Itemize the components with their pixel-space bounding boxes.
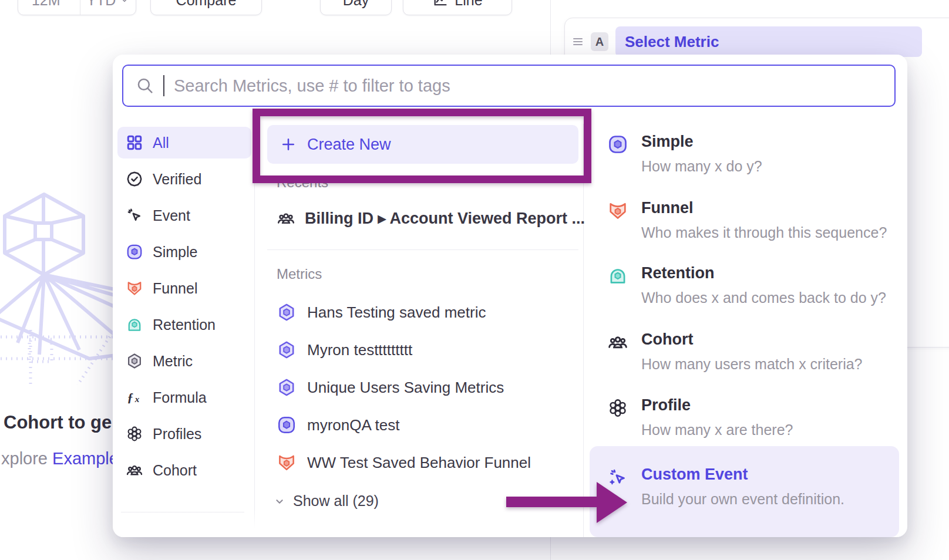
select-metric-label: Select Metric bbox=[625, 33, 719, 51]
metric-hexagon-icon bbox=[277, 340, 297, 360]
sidebar-item-label: Tags bbox=[153, 529, 184, 538]
svg-text:ƒ: ƒ bbox=[127, 390, 134, 404]
sidebar-item-all[interactable]: All bbox=[117, 127, 251, 158]
sidebar-divider bbox=[121, 512, 244, 512]
chart-type-line-label: Line bbox=[455, 0, 482, 9]
empty-state-headline-fragment: Cohort to ge bbox=[4, 412, 112, 433]
metric-list-item[interactable]: myronQA test bbox=[277, 410, 400, 440]
sidebar-item-label: Simple bbox=[153, 244, 197, 261]
list-divider bbox=[267, 249, 578, 250]
metric-list-item[interactable]: WW Test Saved Behavior Funnel bbox=[277, 447, 531, 478]
funnel-icon bbox=[126, 279, 143, 297]
show-all-button[interactable]: Show all (29) bbox=[273, 492, 379, 510]
sidebar-item-label: Formula bbox=[153, 389, 207, 406]
metric-item-label: myronQA test bbox=[307, 416, 400, 434]
metric-search-box[interactable] bbox=[122, 65, 896, 107]
granularity-day-button[interactable]: Day bbox=[320, 0, 392, 15]
retention-icon bbox=[607, 265, 628, 286]
text-cursor bbox=[163, 75, 164, 96]
chart-type-line-button[interactable]: Line bbox=[403, 0, 512, 15]
sidebar-item-simple[interactable]: Simple bbox=[117, 236, 251, 268]
sidebar-item-label: Metric bbox=[153, 353, 193, 370]
simple-metric-icon bbox=[126, 243, 143, 261]
metric-type-column: Simple How many x do y? Funnel Who makes… bbox=[595, 124, 907, 537]
type-title: Simple bbox=[641, 133, 762, 151]
compare-button[interactable]: Compare bbox=[150, 0, 262, 15]
sidebar-item-tags[interactable]: Tags bbox=[117, 521, 251, 537]
granularity-day-label: Day bbox=[343, 0, 369, 9]
explore-text-fragment: xplore bbox=[1, 449, 52, 468]
cohort-people-icon bbox=[126, 461, 143, 479]
chevron-down-icon bbox=[120, 0, 129, 5]
sidebar-item-funnel[interactable]: Funnel bbox=[117, 272, 251, 304]
simple-metric-icon bbox=[277, 415, 297, 435]
sidebar-item-label: Funnel bbox=[153, 280, 197, 297]
formula-fx-icon: ƒx bbox=[126, 389, 143, 406]
show-all-label: Show all (29) bbox=[293, 492, 379, 510]
search-icon bbox=[135, 76, 155, 96]
metric-hexagon-icon bbox=[126, 352, 143, 370]
metric-item-label: Myron testtttttttt bbox=[307, 341, 412, 359]
type-row-cohort[interactable]: Cohort How many users match x criteria? bbox=[607, 330, 863, 373]
cohort-people-icon bbox=[607, 332, 628, 353]
type-title: Cohort bbox=[641, 330, 863, 349]
sidebar-item-profiles[interactable]: Profiles bbox=[117, 418, 251, 450]
sidebar-item-verified[interactable]: Verified bbox=[117, 163, 251, 195]
range-12m-label: 12M bbox=[32, 0, 60, 9]
type-description: How many x do y? bbox=[641, 158, 762, 175]
metric-search-input[interactable] bbox=[173, 76, 883, 96]
sidebar-item-event[interactable]: Event bbox=[117, 200, 251, 231]
type-description: Who does x and comes back to do y? bbox=[641, 289, 886, 306]
metric-item-label: Unique Users Saving Metrics bbox=[307, 379, 504, 397]
svg-text:x: x bbox=[134, 394, 140, 404]
simple-metric-icon bbox=[607, 134, 628, 155]
event-cursor-icon bbox=[126, 207, 143, 224]
range-12m-button[interactable]: 12M bbox=[18, 0, 74, 15]
sidebar-item-metric[interactable]: Metric bbox=[117, 345, 251, 377]
sidebar-item-retention[interactable]: Retention bbox=[117, 309, 251, 340]
sidebar-item-formula[interactable]: ƒx Formula bbox=[117, 382, 251, 413]
metric-item-label: Hans Testing saved metric bbox=[307, 303, 486, 322]
annotation-highlight-box bbox=[253, 109, 591, 183]
sidebar-item-label: Cohort bbox=[153, 462, 197, 479]
range-ytd-button[interactable]: YTD bbox=[80, 0, 136, 15]
type-title: Profile bbox=[641, 396, 793, 414]
type-description: How many x are there? bbox=[641, 421, 793, 438]
type-row-retention[interactable]: Retention Who does x and comes back to d… bbox=[607, 264, 886, 306]
date-range-segmented-control[interactable]: 12M YTD bbox=[18, 0, 136, 15]
metric-hexagon-icon bbox=[277, 377, 297, 397]
type-row-funnel[interactable]: Funnel Who makes it through this sequenc… bbox=[607, 199, 887, 241]
compare-label: Compare bbox=[176, 0, 237, 9]
type-title: Retention bbox=[641, 264, 886, 282]
funnel-icon bbox=[607, 200, 628, 221]
column-divider bbox=[583, 124, 584, 537]
metric-list-item[interactable]: Unique Users Saving Metrics bbox=[277, 372, 504, 403]
metrics-header: Metrics bbox=[277, 266, 322, 282]
type-row-simple[interactable]: Simple How many x do y? bbox=[607, 133, 762, 175]
drag-handle-icon[interactable] bbox=[572, 35, 584, 48]
select-metric-pill[interactable]: Select Metric bbox=[615, 26, 922, 57]
type-title: Custom Event bbox=[641, 465, 844, 484]
recent-metric-row[interactable]: Billing ID ▸ Account Viewed Report ... bbox=[277, 204, 585, 233]
sidebar-item-label: Profiles bbox=[153, 426, 201, 443]
annotation-arrow bbox=[504, 477, 628, 528]
metric-filter-sidebar: All Verified Event Simple Funnel bbox=[117, 127, 251, 537]
metric-list-item[interactable]: Myron testtttttttt bbox=[277, 335, 412, 365]
sidebar-item-label: Retention bbox=[153, 316, 216, 333]
metric-list-item[interactable]: Hans Testing saved metric bbox=[277, 297, 486, 328]
sidebar-item-label: All bbox=[153, 134, 169, 151]
type-row-profile[interactable]: Profile How many x are there? bbox=[607, 396, 793, 438]
sidebar-item-label: Verified bbox=[153, 171, 201, 188]
sidebar-item-cohort[interactable]: Cohort bbox=[117, 454, 251, 486]
chevron-down-icon bbox=[273, 495, 286, 508]
verified-badge-icon bbox=[126, 170, 143, 188]
type-row-custom-event[interactable]: Custom Event Build your own event defini… bbox=[607, 465, 844, 508]
funnel-icon bbox=[277, 453, 297, 473]
empty-state-subtext: xplore Example bbox=[1, 449, 119, 468]
line-chart-icon bbox=[432, 0, 449, 8]
recent-metric-label: Billing ID ▸ Account Viewed Report ... bbox=[305, 209, 585, 228]
retention-icon bbox=[126, 316, 143, 333]
type-description: How many users match x criteria? bbox=[641, 356, 863, 373]
example-reports-link[interactable]: Example bbox=[52, 449, 119, 468]
grid-icon bbox=[126, 134, 143, 151]
